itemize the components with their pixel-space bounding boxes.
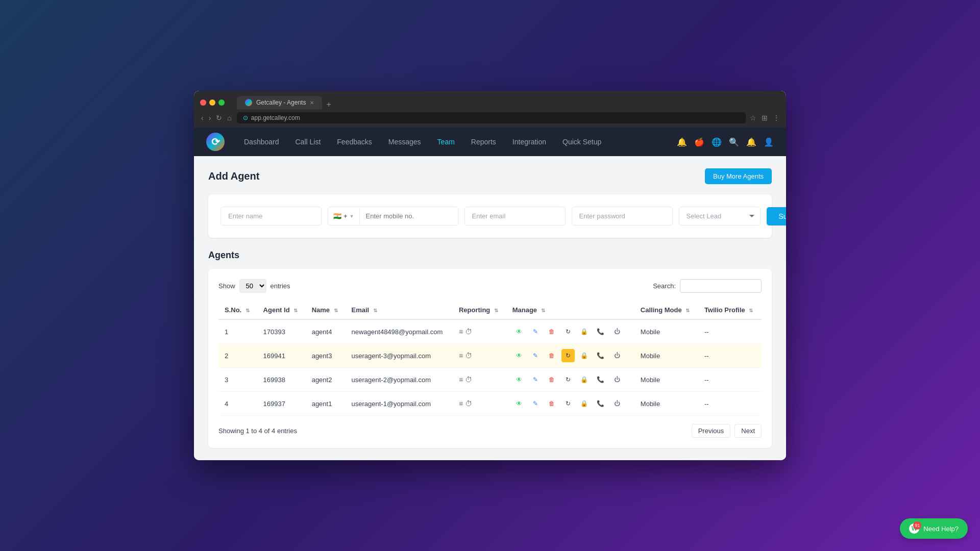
lock-icon[interactable]: 🔒 [578,397,591,410]
maximize-traffic-light[interactable] [218,99,225,106]
power-icon[interactable]: ⏻ [610,397,624,410]
view-icon[interactable]: 👁 [512,397,526,410]
nav-reports[interactable]: Reports [464,134,503,150]
col-reporting: Reporting ⇅ [453,301,506,319]
sort-email-icon: ⇅ [373,308,377,313]
nav-dashboard[interactable]: Dashboard [237,134,286,150]
call-icon[interactable]: 📞 [594,349,607,362]
nav-team[interactable]: Team [430,134,462,150]
clock-report-icon[interactable]: ⏱ [465,352,472,360]
lock-icon[interactable]: 🔒 [578,373,591,386]
cell-email: useragent-1@yopmail.com [346,392,453,416]
main-content: Add Agent Buy More Agents 🇮🇳 + ▼ [194,156,786,460]
table-row: 3169938agent2useragent-2@yopmail.com ≡ ⏱… [218,368,762,392]
delete-icon[interactable]: 🗑 [545,373,558,386]
action-icons: 👁 ✎ 🗑 ↻ 🔒 📞 ⏻ [512,373,628,386]
power-icon[interactable]: ⏻ [610,373,624,386]
power-icon[interactable]: ⏻ [610,349,624,362]
entries-select[interactable]: 50 [239,279,266,293]
list-report-icon[interactable]: ≡ [459,375,463,384]
submit-button[interactable]: Submit [767,207,786,226]
bell-icon[interactable]: 🔔 [746,137,756,147]
view-icon[interactable]: 👁 [512,325,526,338]
minimize-traffic-light[interactable] [209,99,215,106]
view-icon[interactable]: 👁 [512,373,526,386]
delete-icon[interactable]: 🗑 [545,397,558,410]
call-icon[interactable]: 📞 [594,397,607,410]
home-button[interactable]: ⌂ [226,113,232,123]
url-display: app.getcalley.com [251,114,300,121]
list-report-icon[interactable]: ≡ [459,352,463,360]
select-lead-dropdown[interactable]: Select Lead [679,207,761,226]
previous-button[interactable]: Previous [692,424,731,438]
agents-table-card: Show 50 entries Search: [208,269,772,448]
sort-manage-icon: ⇅ [541,308,545,313]
forward-button[interactable]: › [208,113,212,123]
brand-logo[interactable]: ⟳ [206,133,225,151]
tab-close-button[interactable]: ✕ [310,100,314,106]
col-twilio: Twilio Profile ⇅ [698,301,762,319]
search-icon[interactable]: 🔍 [729,137,739,147]
cell-calling-mode: Mobile [634,319,698,344]
getcalley-icon: ⊙ [243,114,248,121]
cell-twilio-profile: -- [698,344,762,368]
clock-report-icon[interactable]: ⏱ [465,328,472,336]
list-report-icon[interactable]: ≡ [459,399,463,408]
reload-button[interactable]: ↻ [215,113,223,123]
email-input[interactable] [464,207,566,226]
name-input[interactable] [220,207,322,226]
nav-call-list[interactable]: Call List [288,134,328,150]
active-tab[interactable]: Getcalley - Agents ✕ [237,96,322,109]
back-button[interactable]: ‹ [200,113,205,123]
refresh-icon[interactable]: ↻ [561,397,575,410]
menu-icon[interactable]: ⋮ [773,114,780,122]
cell-name: agent3 [306,344,346,368]
power-icon[interactable]: ⏻ [610,325,624,338]
mobile-input[interactable] [360,207,458,225]
close-traffic-light[interactable] [200,99,206,106]
globe-icon[interactable]: 🌐 [712,137,722,147]
list-report-icon[interactable]: ≡ [459,328,463,336]
bookmark-icon[interactable]: ☆ [750,114,756,122]
notification-badge: 91 [913,521,921,530]
refresh-icon[interactable]: ↻ [561,349,575,362]
phone-flag[interactable]: 🇮🇳 + ▼ [328,208,360,224]
delete-icon[interactable]: 🗑 [545,349,558,362]
refresh-icon[interactable]: ↻ [561,373,575,386]
extensions-icon[interactable]: ⊞ [762,114,768,122]
search-input[interactable] [680,279,762,293]
help-label: Need Help? [923,525,959,533]
clock-report-icon[interactable]: ⏱ [465,375,472,384]
edit-icon[interactable]: ✎ [529,373,542,386]
delete-icon[interactable]: 🗑 [545,325,558,338]
nav-integration[interactable]: Integration [505,134,553,150]
help-button[interactable]: W 91 Need Help? [900,518,968,539]
new-tab-button[interactable]: + [326,100,331,109]
search-label: Search: [653,282,676,290]
page-title: Add Agent [208,170,259,182]
lock-icon[interactable]: 🔒 [578,325,591,338]
edit-icon[interactable]: ✎ [529,325,542,338]
next-button[interactable]: Next [734,424,762,438]
nav-messages[interactable]: Messages [381,134,428,150]
reporting-icons: ≡ ⏱ [459,328,500,336]
call-icon[interactable]: 📞 [594,373,607,386]
buy-more-agents-button[interactable]: Buy More Agents [705,168,772,184]
nav-feedbacks[interactable]: Feedbacks [330,134,379,150]
refresh-icon[interactable]: ↻ [561,325,575,338]
call-icon[interactable]: 📞 [594,325,607,338]
notification-icon[interactable]: 🔔 [677,137,687,147]
clock-report-icon[interactable]: ⏱ [465,399,472,408]
edit-icon[interactable]: ✎ [529,349,542,362]
address-input-bar[interactable]: ⊙ app.getcalley.com [237,112,746,123]
col-manage: Manage ⇅ [506,301,634,319]
password-input[interactable] [572,207,673,226]
cell-reporting: ≡ ⏱ [453,392,506,416]
user-icon[interactable]: 👤 [764,137,774,147]
cell-calling-mode: Mobile [634,392,698,416]
view-icon[interactable]: 👁 [512,349,526,362]
edit-icon[interactable]: ✎ [529,397,542,410]
lock-icon[interactable]: 🔒 [578,349,591,362]
apple-icon[interactable]: 🍎 [694,137,704,147]
nav-quick-setup[interactable]: Quick Setup [555,134,608,150]
